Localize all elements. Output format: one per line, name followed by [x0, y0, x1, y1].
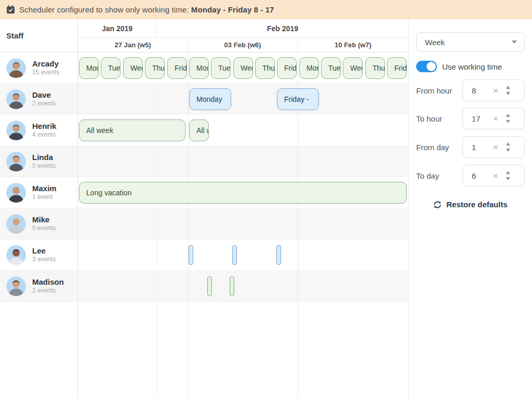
event[interactable]: All week: [189, 119, 209, 141]
event[interactable]: Tuesday: [321, 57, 341, 79]
staff-cell-text: Linda0 events: [32, 153, 56, 170]
staff-row[interactable]: Dave2 events: [0, 84, 77, 115]
to-day-spin-down[interactable]: [506, 177, 510, 180]
info-banner: Scheduler configured to show only workin…: [0, 0, 532, 19]
schedule-row: [78, 84, 408, 115]
to-day-row: To day×: [416, 165, 525, 187]
avatar: [6, 121, 26, 140]
use-working-time-toggle[interactable]: [416, 61, 437, 72]
from-hour-input[interactable]: [463, 86, 490, 95]
event[interactable]: Tuesday: [101, 57, 121, 79]
to-hour-row: To hour×: [416, 108, 525, 129]
event[interactable]: Monday: [299, 57, 319, 79]
event[interactable]: [207, 276, 212, 296]
avatar: [6, 152, 26, 171]
restore-defaults-button[interactable]: Restore defaults: [416, 200, 525, 209]
event[interactable]: Friday -: [277, 88, 319, 110]
staff-event-count: 2 events: [32, 287, 64, 295]
staff-name: Arcady: [32, 59, 59, 69]
staff-column: Arcady15 eventsDave2 eventsHenrik4 event…: [0, 52, 78, 399]
schedule-row: [78, 146, 408, 177]
chevron-down-icon: [512, 41, 517, 44]
month-header-cell: Feb 2019: [157, 19, 408, 37]
schedule-row: [78, 271, 408, 302]
staff-event-count: 0 events: [32, 224, 56, 232]
to-day-input[interactable]: [463, 171, 490, 180]
from-day-input[interactable]: [463, 143, 490, 152]
to-day-clear-button[interactable]: ×: [490, 171, 501, 180]
toggle-knob: [427, 62, 436, 71]
to-hour-field: ×: [462, 108, 525, 129]
from-day-row: From day×: [416, 136, 525, 158]
from-day-spin-down[interactable]: [506, 149, 510, 152]
from-hour-spinner: [501, 86, 515, 95]
event[interactable]: Thursday: [365, 57, 385, 79]
month-header-cell: Jan 2019: [78, 19, 157, 37]
staff-row[interactable]: Lee3 events: [0, 240, 77, 271]
from-day-clear-button[interactable]: ×: [490, 143, 501, 152]
to-day-field: ×: [462, 165, 525, 187]
avatar: [6, 276, 26, 296]
event[interactable]: Monday: [189, 88, 231, 110]
week-header-row: 27 Jan (w5)03 Feb (w6)10 Feb (w7): [78, 38, 408, 52]
event[interactable]: Friday: [277, 57, 297, 79]
event[interactable]: Long vacation: [79, 182, 407, 204]
staff-row[interactable]: Henrik4 events: [0, 115, 77, 146]
event[interactable]: Thursday: [145, 57, 165, 79]
avatar: [6, 58, 26, 78]
event[interactable]: [276, 245, 281, 265]
to-hour-spin-up[interactable]: [506, 114, 510, 117]
staff-name: Madison: [32, 277, 64, 287]
view-preset-select[interactable]: Week: [416, 32, 525, 52]
to-hour-spinner: [501, 114, 515, 123]
from-hour-spin-down[interactable]: [506, 92, 510, 95]
to-day-label: To day: [416, 171, 462, 180]
refresh-icon: [433, 201, 442, 209]
event[interactable]: [230, 276, 234, 296]
event[interactable]: Friday: [387, 57, 407, 79]
staff-event-count: 2 events: [32, 100, 56, 108]
staff-name: Dave: [32, 90, 56, 100]
staff-name: Linda: [32, 153, 56, 163]
staff-cell-text: Madison2 events: [32, 277, 64, 295]
staff-event-count: 1 event: [32, 193, 57, 201]
restore-defaults-label: Restore defaults: [446, 200, 508, 209]
staff-row[interactable]: Linda0 events: [0, 146, 77, 177]
grid-line: [188, 52, 189, 399]
to-day-spin-up[interactable]: [506, 171, 510, 174]
event[interactable]: Wednesday: [123, 57, 143, 79]
from-hour-spin-up[interactable]: [506, 86, 510, 89]
staff-row[interactable]: Madison2 events: [0, 271, 77, 302]
staff-name: Lee: [32, 246, 56, 256]
from-day-label: From day: [416, 143, 462, 152]
staff-row[interactable]: Arcady15 events: [0, 52, 77, 84]
schedule-row: [78, 240, 408, 271]
event[interactable]: Monday: [79, 57, 99, 79]
from-hour-clear-button[interactable]: ×: [490, 86, 501, 95]
event[interactable]: Wednesday: [343, 57, 363, 79]
grid-line: [157, 52, 157, 399]
to-day-spinner: [501, 171, 515, 180]
to-hour-spin-down[interactable]: [506, 120, 510, 123]
event[interactable]: Tuesday: [211, 57, 231, 79]
staff-row[interactable]: Mike0 events: [0, 208, 77, 240]
event[interactable]: [189, 245, 193, 265]
week-header-cell: 03 Feb (w6): [188, 38, 298, 52]
event[interactable]: [232, 245, 237, 265]
event[interactable]: Monday: [189, 57, 209, 79]
to-hour-input[interactable]: [463, 114, 490, 123]
staff-row[interactable]: Maxim1 event: [0, 177, 77, 208]
staff-cell-text: Henrik4 events: [32, 122, 57, 139]
event[interactable]: Wednesday: [233, 57, 253, 79]
to-hour-label: To hour: [416, 114, 462, 123]
from-day-spin-up[interactable]: [506, 142, 510, 145]
banner-text: Scheduler configured to show only workin…: [19, 5, 274, 14]
from-hour-field: ×: [462, 79, 525, 101]
view-preset-value: Week: [425, 38, 512, 47]
event[interactable]: All week: [79, 119, 185, 141]
event[interactable]: Thursday: [255, 57, 275, 79]
to-hour-clear-button[interactable]: ×: [490, 114, 501, 123]
week-header-cell: 27 Jan (w5): [78, 38, 188, 52]
event[interactable]: Friday: [167, 57, 187, 79]
use-working-time-label: Use working time: [442, 62, 502, 71]
